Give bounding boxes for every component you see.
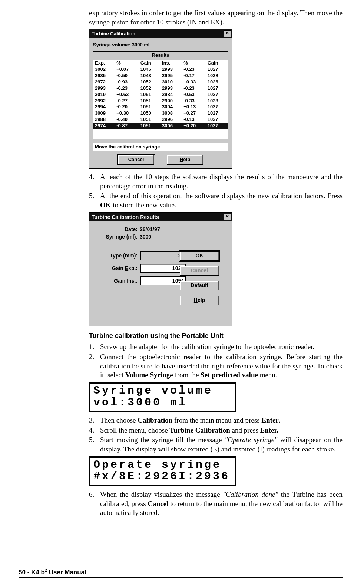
table-cell: -0.87 <box>115 123 139 129</box>
table-cell: -0.17 <box>182 73 206 79</box>
results-table: Exp.%GainIns.%Gain3002+0.0710462993-0.23… <box>93 60 228 129</box>
table-cell: 1026 <box>206 79 228 85</box>
table-cell: 1027 <box>206 116 228 123</box>
table-cell: -0.20 <box>115 104 139 110</box>
table-cell: 1028 <box>206 73 228 79</box>
table-cell: 2993 <box>93 85 115 92</box>
default-button[interactable]: Default <box>180 281 219 290</box>
table-header: % <box>182 60 206 66</box>
intro-text: expiratory strokes in order to get the f… <box>89 9 343 27</box>
syringe-label: Syringe (ml): <box>94 233 140 240</box>
page-footer: 50 - K4 b2 User Manual <box>19 568 343 578</box>
table-cell: 2992 <box>93 98 115 104</box>
list-item: Connect the optoelectronic reader to the… <box>100 352 343 380</box>
list-number: 4. <box>89 426 100 435</box>
date-value: 26/01/97 <box>140 226 160 233</box>
gain-ins-label: Gain Ins.: <box>94 277 140 284</box>
list-number: 1. <box>89 342 100 352</box>
table-cell: 2993 <box>161 66 182 73</box>
table-cell: -0.23 <box>182 66 206 73</box>
table-cell: +0.33 <box>182 79 206 85</box>
table-cell: 1051 <box>139 92 161 98</box>
table-cell: 3010 <box>161 79 182 85</box>
table-row[interactable]: 3019+0.6310512984-0.531027 <box>93 92 228 98</box>
list-item: When the display visualizes the message … <box>100 490 343 518</box>
table-cell: -0.23 <box>182 85 206 92</box>
type-field[interactable]: 28 <box>140 251 186 260</box>
list-number: 5. <box>89 436 100 454</box>
table-cell: +0.13 <box>182 104 206 110</box>
table-cell: 2974 <box>93 123 115 129</box>
lcd-line: vol:3000 ml <box>93 397 232 409</box>
table-row[interactable]: 3002+0.0710462993-0.231027 <box>93 66 228 73</box>
lcd-line: Syringe volume <box>93 385 232 397</box>
table-row[interactable]: 2988-0.4010512996-0.131027 <box>93 116 228 123</box>
table-row[interactable]: 2974-0.8710513006+0.201027 <box>93 123 228 129</box>
table-cell: 1027 <box>206 104 228 110</box>
table-cell: 1027 <box>206 92 228 98</box>
table-cell: 2985 <box>93 73 115 79</box>
gain-ins-field[interactable]: 1054 <box>140 276 186 285</box>
cancel-button[interactable]: Cancel <box>180 266 219 276</box>
table-cell: 1051 <box>139 116 161 123</box>
table-cell: 1052 <box>139 79 161 85</box>
lcd-line: Operate syringe <box>93 459 232 471</box>
table-cell: 1027 <box>206 85 228 92</box>
list-number: 6. <box>89 490 100 518</box>
date-label: Date: <box>94 226 140 233</box>
results-box: Results Exp.%GainIns.%Gain3002+0.0710462… <box>93 51 228 139</box>
table-row[interactable]: 2985-0.5010482995-0.171028 <box>93 73 228 79</box>
gain-exp-field[interactable]: 1038 <box>140 264 186 273</box>
table-cell: 3004 <box>161 104 182 110</box>
table-row[interactable]: 2994-0.2010513004+0.131027 <box>93 104 228 110</box>
results-heading: Results <box>93 52 228 60</box>
table-cell: -0.33 <box>182 98 206 104</box>
list-number: 5. <box>89 191 100 210</box>
close-icon[interactable]: ✕ <box>224 30 231 37</box>
table-cell: 1027 <box>206 66 228 73</box>
table-cell: +0.63 <box>115 92 139 98</box>
table-cell: 1050 <box>139 110 161 116</box>
turbine-calibration-window: Turbine Calibration ✕ Syringe volume: 30… <box>89 29 232 168</box>
table-cell: +0.07 <box>115 66 139 73</box>
table-cell: -0.23 <box>115 85 139 92</box>
table-row[interactable]: 2993-0.2310522993-0.231027 <box>93 85 228 92</box>
section-heading: Turbine calibration using the Portable U… <box>89 332 343 340</box>
table-row[interactable]: 2992-0.2710512990-0.331028 <box>93 98 228 104</box>
cancel-button[interactable]: Cancel <box>118 155 154 165</box>
table-cell: +0.27 <box>182 110 206 116</box>
ok-button[interactable]: OK <box>180 251 219 261</box>
syringe-volume-label: Syringe volume: 3000 ml <box>93 42 228 48</box>
close-icon[interactable]: ✕ <box>224 214 231 220</box>
table-cell: 3008 <box>161 110 182 116</box>
table-header: Gain <box>139 60 161 66</box>
list-item: Screw up the adapter for the calibration… <box>100 342 343 352</box>
list-item: Scroll the menu, choose Turbine Calibrat… <box>100 426 343 435</box>
table-cell: 1052 <box>139 85 161 92</box>
help-button[interactable]: Help <box>180 296 219 305</box>
table-cell: -0.40 <box>115 116 139 123</box>
table-cell: 1051 <box>139 104 161 110</box>
table-cell: 3002 <box>93 66 115 73</box>
table-row[interactable]: 3009+0.3010503008+0.271027 <box>93 110 228 116</box>
table-cell: 1027 <box>206 123 228 129</box>
table-cell: -0.13 <box>182 116 206 123</box>
table-cell: 1027 <box>206 110 228 116</box>
table-cell: 2990 <box>161 98 182 104</box>
list-number: 2. <box>89 352 100 380</box>
table-cell: -0.50 <box>115 73 139 79</box>
lcd-display: Syringe volume vol:3000 ml <box>89 382 236 412</box>
table-header: Ins. <box>161 60 182 66</box>
table-cell: 2993 <box>161 85 182 92</box>
list-item: At each of the 10 steps the software dis… <box>100 173 343 191</box>
table-cell: -0.93 <box>115 79 139 85</box>
help-button[interactable]: Help <box>167 155 203 165</box>
table-row[interactable]: 2972-0.9310523010+0.331026 <box>93 79 228 85</box>
table-cell: 2994 <box>93 104 115 110</box>
list-item: Then choose Calibration from the main me… <box>100 416 343 425</box>
window-title: Turbine Calibration Results <box>92 214 224 220</box>
table-cell: +0.30 <box>115 110 139 116</box>
table-cell: 2996 <box>161 116 182 123</box>
lcd-display: Operate syringe #x/8E:2926I:2936 <box>89 456 236 486</box>
table-header: Gain <box>206 60 228 66</box>
